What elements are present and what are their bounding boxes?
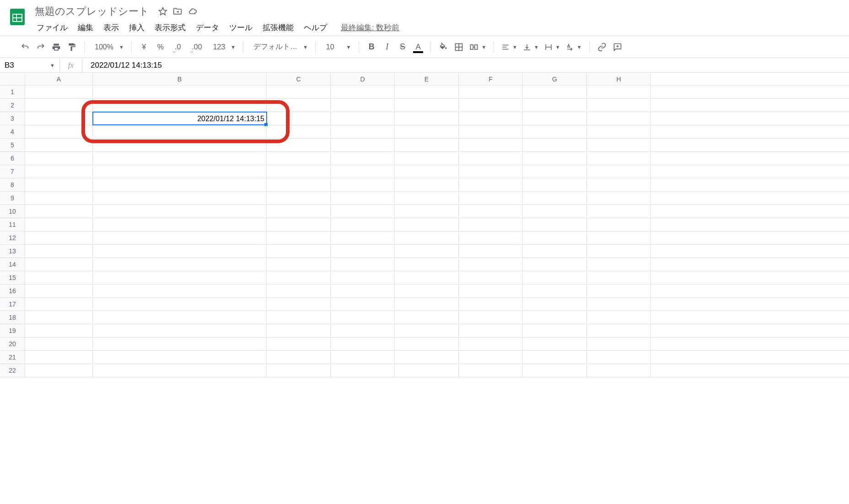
cell[interactable] xyxy=(459,152,523,165)
cell[interactable] xyxy=(267,165,331,178)
cell[interactable] xyxy=(267,298,331,311)
cell[interactable] xyxy=(459,139,523,151)
cell[interactable] xyxy=(331,139,395,151)
last-edit-link[interactable]: 最終編集: 数秒前 xyxy=(341,22,399,33)
row-header[interactable]: 2 xyxy=(0,99,25,112)
select-all-corner[interactable] xyxy=(0,73,25,85)
cell[interactable] xyxy=(459,271,523,284)
cell[interactable] xyxy=(93,205,267,218)
menu-help[interactable]: ヘルプ xyxy=(299,21,332,35)
cell[interactable] xyxy=(25,338,93,350)
zoom-dropdown[interactable]: 100%▼ xyxy=(90,40,126,54)
cell[interactable] xyxy=(267,139,331,151)
cell[interactable] xyxy=(395,139,459,151)
cell[interactable] xyxy=(459,99,523,112)
cell[interactable] xyxy=(25,139,93,151)
row-header[interactable]: 17 xyxy=(0,298,25,311)
cell[interactable] xyxy=(267,311,331,324)
redo-button[interactable] xyxy=(34,40,48,54)
cell[interactable] xyxy=(93,298,267,311)
cell[interactable] xyxy=(587,338,651,350)
cell[interactable] xyxy=(523,139,587,151)
strikethrough-button[interactable]: S xyxy=(396,40,409,54)
cell[interactable] xyxy=(587,324,651,337)
cell[interactable] xyxy=(395,271,459,284)
cell[interactable] xyxy=(523,311,587,324)
cell[interactable] xyxy=(395,218,459,231)
cell[interactable] xyxy=(267,324,331,337)
cell[interactable] xyxy=(267,351,331,364)
cell[interactable] xyxy=(25,125,93,138)
cell[interactable] xyxy=(587,271,651,284)
cell[interactable] xyxy=(331,165,395,178)
column-header-H[interactable]: H xyxy=(587,73,651,85)
cell[interactable] xyxy=(587,218,651,231)
cell[interactable] xyxy=(395,192,459,204)
cell[interactable] xyxy=(25,178,93,191)
cell[interactable] xyxy=(93,271,267,284)
cell[interactable] xyxy=(459,86,523,98)
row-header[interactable]: 3 xyxy=(0,112,25,125)
cell[interactable] xyxy=(25,351,93,364)
text-rotation-button[interactable]: ▼ xyxy=(564,40,584,54)
cell[interactable] xyxy=(523,99,587,112)
cell[interactable] xyxy=(267,86,331,98)
cell[interactable] xyxy=(523,125,587,138)
cell[interactable] xyxy=(93,192,267,204)
text-wrap-button[interactable]: ▼ xyxy=(543,40,562,54)
horizontal-align-button[interactable]: ▼ xyxy=(500,40,519,54)
cell[interactable] xyxy=(523,364,587,377)
row-header[interactable]: 12 xyxy=(0,231,25,244)
menu-view[interactable]: 表示 xyxy=(99,21,124,35)
cell[interactable] xyxy=(331,112,395,125)
cell[interactable] xyxy=(459,298,523,311)
cell[interactable] xyxy=(331,258,395,271)
cell[interactable] xyxy=(523,218,587,231)
row-header[interactable]: 22 xyxy=(0,364,25,377)
cell[interactable] xyxy=(395,351,459,364)
menu-edit[interactable]: 編集 xyxy=(73,21,98,35)
cell[interactable] xyxy=(587,284,651,297)
cell[interactable] xyxy=(459,284,523,297)
cell[interactable] xyxy=(587,245,651,257)
cell[interactable] xyxy=(523,271,587,284)
cell[interactable] xyxy=(25,165,93,178)
cell[interactable] xyxy=(395,112,459,125)
percent-button[interactable]: % xyxy=(153,40,168,54)
cell[interactable] xyxy=(331,284,395,297)
cell[interactable] xyxy=(523,245,587,257)
cell[interactable] xyxy=(331,152,395,165)
cell[interactable] xyxy=(587,192,651,204)
vertical-align-button[interactable]: ▼ xyxy=(521,40,541,54)
cell[interactable] xyxy=(395,125,459,138)
cell[interactable] xyxy=(395,258,459,271)
cell[interactable] xyxy=(395,324,459,337)
cell[interactable] xyxy=(93,125,267,138)
column-header-C[interactable]: C xyxy=(267,73,331,85)
cell[interactable] xyxy=(523,152,587,165)
font-dropdown[interactable]: デフォルト…▼ xyxy=(249,40,310,54)
row-header[interactable]: 10 xyxy=(0,205,25,218)
menu-file[interactable]: ファイル xyxy=(32,21,72,35)
cell[interactable] xyxy=(93,351,267,364)
cell[interactable] xyxy=(331,245,395,257)
cell[interactable] xyxy=(459,364,523,377)
cell[interactable] xyxy=(331,231,395,244)
cell[interactable] xyxy=(587,178,651,191)
cell[interactable] xyxy=(267,364,331,377)
cell[interactable] xyxy=(395,245,459,257)
cell[interactable] xyxy=(523,178,587,191)
menu-tools[interactable]: ツール xyxy=(225,21,257,35)
cell[interactable] xyxy=(267,245,331,257)
cell[interactable] xyxy=(331,298,395,311)
cell[interactable] xyxy=(93,311,267,324)
cell[interactable] xyxy=(587,351,651,364)
cell[interactable] xyxy=(267,205,331,218)
cell[interactable] xyxy=(587,152,651,165)
row-header[interactable]: 21 xyxy=(0,351,25,364)
cell[interactable] xyxy=(331,311,395,324)
insert-comment-button[interactable] xyxy=(611,40,624,54)
cell[interactable] xyxy=(587,258,651,271)
cell[interactable] xyxy=(25,99,93,112)
cell[interactable] xyxy=(587,298,651,311)
